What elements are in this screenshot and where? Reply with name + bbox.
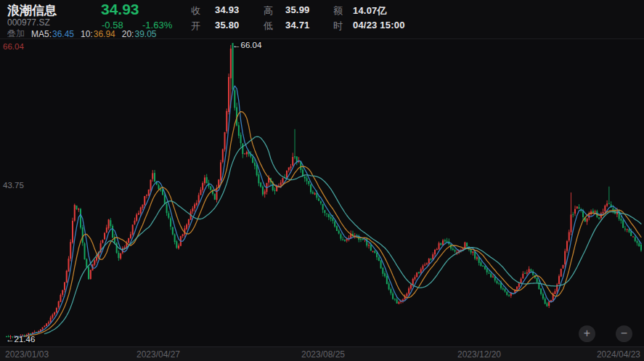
ma5-legend-item[interactable]: MA5:36.45	[31, 29, 74, 39]
x-tick: 2023/12/20	[457, 349, 501, 360]
stock-chart-app: 浪潮信息 000977.SZ 34.93 -0.58 -1.63% 收 34.9…	[0, 0, 644, 361]
x-tick: 2024/04/23	[597, 349, 640, 360]
low-label: 低	[264, 20, 273, 33]
x-tick: 2023/04/27	[136, 349, 180, 360]
amount-label: 额	[333, 4, 343, 17]
y-axis-mid-label: 43.75	[3, 181, 24, 190]
stock-name: 浪潮信息	[7, 2, 57, 19]
amount-value: 14.07亿	[353, 4, 387, 17]
time-value: 04/23 15:00	[353, 20, 405, 31]
open-value: 35.80	[215, 20, 240, 31]
ma5-label: MA5:	[31, 29, 52, 39]
period-low-annotation: ←21.46	[6, 335, 35, 344]
open-label: 开	[191, 20, 200, 33]
zoom-out-icon[interactable]: −	[616, 325, 632, 342]
y-axis-max-label: 66.04	[3, 42, 24, 51]
kline-chart-area[interactable]: 66.04 43.75 ←66.04 ←21.46 + −	[0, 38, 644, 346]
x-tick: 2023/01/03	[5, 349, 49, 360]
ma5-line	[15, 86, 641, 336]
period-high-annotation: ←66.04	[232, 41, 261, 49]
close-value: 34.93	[215, 4, 240, 15]
x-tick: 2023/08/25	[301, 349, 345, 360]
high-label: 高	[264, 4, 273, 17]
ma5-value: 36.45	[52, 29, 74, 39]
ma10-value: 36.94	[94, 29, 115, 39]
x-axis[interactable]: 2023/01/03 2023/04/27 2023/08/25 2023/12…	[0, 346, 644, 361]
ma20-value: 39.05	[134, 29, 156, 39]
candlestick-chart[interactable]	[0, 38, 644, 346]
ma20-legend-item[interactable]: 20:39.05	[122, 29, 157, 39]
ma10-label: 10:	[81, 29, 93, 39]
time-label: 时	[333, 20, 343, 33]
quote-header: 浪潮信息 000977.SZ 34.93 -0.58 -1.63% 收 34.9…	[0, 0, 644, 39]
low-value: 34.71	[285, 20, 310, 31]
high-value: 35.99	[285, 4, 310, 15]
ma20-label: 20:	[122, 29, 134, 39]
ma10-legend-item[interactable]: 10:36.94	[81, 29, 115, 39]
zoom-in-icon[interactable]: +	[579, 325, 595, 342]
stock-code: 000977.SZ	[7, 17, 50, 28]
close-label: 收	[191, 4, 200, 17]
last-price: 34.93	[101, 1, 139, 18]
